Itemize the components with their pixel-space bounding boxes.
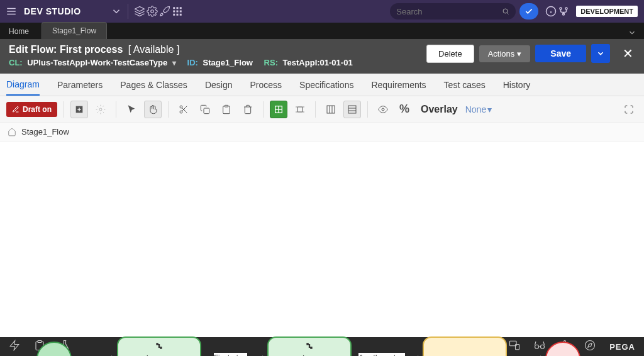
- svg-point-18: [560, 8, 562, 9]
- add-shape-button[interactable]: [70, 101, 88, 118]
- subtab-history[interactable]: History: [503, 75, 531, 95]
- svg-point-62: [586, 341, 595, 350]
- delete-button-tool[interactable]: [239, 101, 257, 118]
- overlay-select[interactable]: None▾: [465, 104, 492, 114]
- svg-rect-39: [327, 106, 335, 113]
- svg-rect-8: [176, 11, 178, 13]
- subtab-design[interactable]: Design: [205, 75, 233, 95]
- rule-status: [ Available ]: [128, 44, 180, 55]
- rule-subtabs: Diagram Parameters Pages & Classes Desig…: [0, 74, 644, 96]
- subtab-requirements[interactable]: Requirements: [371, 75, 426, 95]
- glasses-icon[interactable]: [534, 340, 545, 353]
- fullscreen-button[interactable]: [620, 101, 638, 118]
- flow-canvas[interactable]: First step First step Another step Anoth…: [0, 142, 644, 337]
- tab-row: Home Stage1_Flow: [0, 23, 644, 39]
- search-box[interactable]: [390, 3, 516, 19]
- flow-step-1[interactable]: First step: [117, 337, 201, 356]
- rule-header: Edit Flow: First process [ Available ] C…: [0, 39, 644, 74]
- chevron-down-icon[interactable]: ▾: [172, 58, 176, 67]
- svg-point-59: [535, 345, 539, 348]
- divider: [168, 101, 169, 118]
- svg-rect-5: [176, 7, 178, 9]
- svg-marker-47: [10, 341, 19, 350]
- app-switch-chevron-icon[interactable]: [110, 5, 123, 18]
- meta-cl-value[interactable]: UPlus-TestAppl-Work-TestCaseType: [27, 58, 167, 67]
- gear-button[interactable]: [92, 101, 109, 118]
- meta-rs-value: TestAppl:01-01-01: [283, 58, 353, 67]
- paste-button[interactable]: [218, 101, 235, 118]
- tabrow-chevron-icon[interactable]: [620, 28, 644, 39]
- svg-rect-42: [348, 106, 356, 113]
- svg-rect-4: [173, 7, 175, 9]
- divider: [128, 4, 128, 19]
- copy-button[interactable]: [196, 101, 214, 118]
- svg-point-20: [563, 13, 565, 15]
- overlay-label: Overlay: [421, 104, 458, 115]
- svg-rect-34: [297, 107, 303, 112]
- svg-point-13: [503, 9, 508, 13]
- svg-point-26: [180, 111, 182, 113]
- menu-icon[interactable]: [5, 5, 18, 18]
- svg-rect-9: [179, 11, 181, 13]
- assignment-icon: [304, 342, 315, 350]
- bolt-icon[interactable]: [9, 340, 20, 353]
- devices-icon[interactable]: [509, 340, 520, 353]
- zoom-fit-button[interactable]: [270, 101, 287, 118]
- cut-button[interactable]: [175, 101, 192, 118]
- svg-rect-58: [516, 345, 519, 350]
- tab-active[interactable]: Stage1_Flow: [42, 22, 107, 39]
- subtab-parameters[interactable]: Parameters: [57, 75, 103, 95]
- svg-rect-29: [204, 108, 209, 114]
- commit-button[interactable]: [519, 3, 538, 19]
- cube-icon[interactable]: [133, 5, 146, 18]
- breadcrumb-bar: Stage1_Flow: [0, 123, 644, 142]
- flow-connector-label[interactable]: Another step: [358, 353, 405, 356]
- delete-button[interactable]: Delete: [426, 45, 474, 63]
- svg-point-19: [565, 8, 567, 9]
- flow-step-3[interactable]: One more step: [423, 337, 507, 356]
- chevron-down-icon: ▾: [517, 49, 521, 58]
- layout-v-button[interactable]: [343, 101, 361, 118]
- svg-rect-11: [176, 14, 178, 16]
- subtab-pages[interactable]: Pages & Classes: [120, 75, 187, 95]
- visibility-button[interactable]: [374, 101, 392, 118]
- search-icon: [502, 7, 509, 16]
- save-button[interactable]: Save: [535, 45, 586, 62]
- layout-h-button[interactable]: [322, 101, 340, 118]
- draft-label: Draft on: [23, 105, 52, 114]
- zoom-selection-button[interactable]: [291, 101, 309, 118]
- svg-rect-30: [225, 105, 228, 107]
- meta-id-label: ID:: [187, 58, 198, 67]
- subtab-diagram[interactable]: Diagram: [6, 74, 40, 96]
- brand-label: PEGA: [609, 342, 635, 352]
- rule-title-text: Edit Flow: First process: [9, 44, 123, 55]
- gear-icon[interactable]: [146, 5, 158, 18]
- actions-button[interactable]: Actions▾: [479, 45, 531, 62]
- branch-icon[interactable]: [557, 5, 570, 18]
- breadcrumb-item[interactable]: Stage1_Flow: [21, 127, 69, 136]
- home-icon[interactable]: [8, 128, 16, 136]
- save-menu-button[interactable]: [591, 44, 610, 63]
- divider: [64, 101, 64, 118]
- pan-tool[interactable]: [144, 101, 162, 118]
- rule-title: Edit Flow: First process [ Available ]: [9, 44, 426, 55]
- flow-step-2[interactable]: Another step: [267, 337, 352, 356]
- info-icon[interactable]: [545, 5, 557, 18]
- subtab-process[interactable]: Process: [250, 75, 282, 95]
- flow-connector-label[interactable]: First step: [214, 353, 247, 356]
- compass-icon[interactable]: [584, 340, 596, 353]
- draft-toggle[interactable]: Draft on: [6, 102, 57, 117]
- divider: [367, 101, 368, 118]
- svg-rect-7: [173, 11, 175, 13]
- search-input[interactable]: [396, 7, 502, 16]
- close-icon[interactable]: ✕: [620, 46, 635, 61]
- pointer-tool[interactable]: [123, 101, 140, 118]
- percent-button[interactable]: %: [396, 101, 413, 118]
- rocket-icon[interactable]: [158, 5, 171, 18]
- tab-home[interactable]: Home: [0, 24, 38, 39]
- subtab-testcases[interactable]: Test cases: [444, 75, 486, 95]
- apps-grid-icon[interactable]: [171, 5, 184, 18]
- divider: [116, 101, 116, 118]
- subtab-specifications[interactable]: Specifications: [299, 75, 353, 95]
- overlay-value: None: [465, 104, 486, 114]
